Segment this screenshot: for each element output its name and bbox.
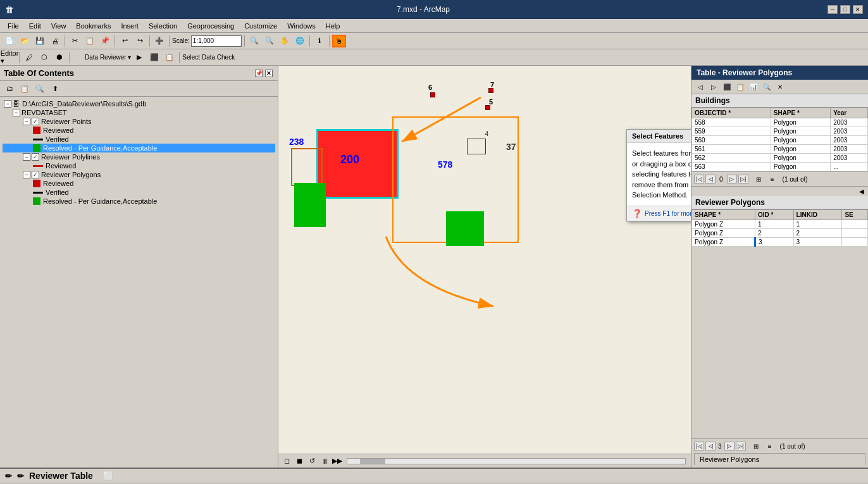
cb-reviewer-points[interactable] bbox=[32, 118, 39, 125]
map-btn4[interactable]: ⏸ bbox=[319, 456, 330, 466]
menu-edit[interactable]: Edit bbox=[24, 21, 46, 31]
rp-row[interactable]: Polygon Z11 bbox=[692, 220, 868, 229]
toc-tool4[interactable]: ⬆ bbox=[48, 82, 62, 95]
expand-db[interactable]: − bbox=[4, 100, 11, 108]
cb-reviewer-polylines[interactable] bbox=[32, 153, 39, 161]
toc-item-points-resolved[interactable]: Resolved - Per Guidance,Acceptable bbox=[3, 144, 275, 152]
toc-item-reviewer-polygons[interactable]: − Reviewer Polygons bbox=[3, 170, 275, 179]
pan-btn[interactable]: ✋ bbox=[278, 35, 292, 47]
undo-btn[interactable]: ↩ bbox=[118, 35, 132, 47]
buildings-first-btn[interactable]: |◁ bbox=[694, 175, 704, 183]
close-button[interactable]: ✕ bbox=[853, 5, 863, 14]
map-scrollbar-h[interactable] bbox=[347, 458, 686, 464]
copy-btn[interactable]: 📋 bbox=[83, 35, 97, 47]
menu-insert[interactable]: Insert bbox=[116, 21, 144, 31]
buildings-row[interactable]: 560Polygon2003 bbox=[692, 136, 868, 145]
save-btn[interactable]: 💾 bbox=[33, 35, 47, 47]
expand-polygons[interactable]: − bbox=[23, 171, 30, 178]
reviewer-poly-tab[interactable]: Reviewer Polygons bbox=[694, 453, 865, 465]
paste-btn[interactable]: 📌 bbox=[98, 35, 112, 47]
globe-btn[interactable]: 🌐 bbox=[293, 35, 307, 47]
buildings-row[interactable]: 563Polygon... bbox=[692, 163, 868, 171]
map-btn2[interactable]: ◼ bbox=[294, 456, 305, 466]
rt-btn3[interactable]: ⬛ bbox=[721, 81, 733, 92]
toc-item-db[interactable]: − 🗄 D:\ArcGIS_DataReviewer\Results\S.gdb bbox=[3, 99, 275, 108]
toc-item-polylines-reviewed: Reviewed bbox=[3, 161, 275, 170]
menu-file[interactable]: File bbox=[3, 21, 24, 31]
rp-row[interactable]: Polygon Z33 bbox=[692, 238, 868, 247]
maximize-button[interactable]: □ bbox=[840, 5, 850, 14]
menu-windows[interactable]: Windows bbox=[282, 21, 321, 31]
toc-tool3[interactable]: 🔍 bbox=[33, 82, 47, 95]
edit-tool2[interactable]: ⬡ bbox=[37, 51, 51, 64]
map-btn1[interactable]: ◻ bbox=[281, 456, 292, 466]
map-btn5[interactable]: ▶▶ bbox=[332, 456, 343, 466]
toc-tool1[interactable]: 🗂 bbox=[3, 82, 16, 95]
zoom-out-btn[interactable]: 🔍 bbox=[263, 35, 276, 47]
toc-item-revdataset[interactable]: − REVDATASET bbox=[3, 108, 275, 117]
redo-btn[interactable]: ↪ bbox=[133, 35, 147, 47]
toc-item-reviewer-polylines[interactable]: − Reviewer Polylines bbox=[3, 152, 275, 161]
rp-row[interactable]: Polygon Z22 bbox=[692, 229, 868, 238]
print-btn[interactable]: 🖨 bbox=[48, 35, 62, 47]
buildings-row[interactable]: 559Polygon2003 bbox=[692, 127, 868, 136]
menu-customize[interactable]: Customize bbox=[239, 21, 282, 31]
add-data-btn[interactable]: ➕ bbox=[152, 35, 166, 47]
rp-last-btn[interactable]: ▷| bbox=[736, 442, 746, 450]
expand-revdataset[interactable]: − bbox=[13, 109, 20, 116]
dr-tool3[interactable]: 📋 bbox=[163, 51, 177, 64]
menu-bookmarks[interactable]: Bookmarks bbox=[71, 21, 116, 31]
zoom-in-btn[interactable]: 🔍 bbox=[247, 35, 261, 47]
map-canvas[interactable]: 200 238 4 578 6 7 5 37 bbox=[278, 66, 691, 468]
rt-btn5[interactable]: 📊 bbox=[747, 81, 760, 92]
edit-tool1[interactable]: 🖊 bbox=[22, 51, 36, 64]
minimize-button[interactable]: ─ bbox=[828, 5, 838, 14]
cell-year: 2003 bbox=[831, 118, 868, 127]
legend-sq-red2 bbox=[33, 180, 40, 187]
buildings-grid-btn[interactable]: ⊞ bbox=[752, 173, 765, 185]
dr-tool2[interactable]: ⬛ bbox=[147, 51, 161, 64]
cb-reviewer-polygons[interactable] bbox=[32, 171, 39, 178]
buildings-list-btn[interactable]: ≡ bbox=[766, 173, 779, 185]
buildings-prev-btn[interactable]: ◁ bbox=[705, 175, 716, 183]
toc-close-btn[interactable]: ✕ bbox=[265, 70, 273, 77]
menu-help[interactable]: Help bbox=[321, 21, 345, 31]
map-area[interactable]: 200 238 4 578 6 7 5 37 bbox=[278, 66, 691, 468]
rt-btn6[interactable]: 🔍 bbox=[760, 81, 773, 92]
new-btn[interactable]: 📄 bbox=[3, 35, 16, 47]
collapse-arrow[interactable]: ◀ bbox=[691, 187, 868, 196]
data-reviewer-btn[interactable]: Data Reviewer ▾ bbox=[85, 54, 131, 61]
info-btn[interactable]: ℹ bbox=[313, 35, 326, 47]
open-btn[interactable]: 📂 bbox=[18, 35, 32, 47]
editor-btn[interactable]: Editor ▾ bbox=[3, 51, 16, 64]
dr-tool1[interactable]: ▶ bbox=[132, 51, 146, 64]
buildings-row[interactable]: 558Polygon2003 bbox=[692, 118, 868, 127]
rt-close[interactable]: ✕ bbox=[774, 81, 786, 92]
revdataset-label: REVDATASET bbox=[22, 109, 67, 116]
rp-first-btn[interactable]: |◁ bbox=[694, 442, 704, 450]
menu-geoprocessing[interactable]: Geoprocessing bbox=[182, 21, 239, 31]
scale-input[interactable] bbox=[191, 35, 242, 47]
buildings-last-btn[interactable]: ▷| bbox=[738, 175, 748, 183]
buildings-next-btn[interactable]: ▷ bbox=[727, 175, 737, 183]
rp-next-btn[interactable]: ▷ bbox=[724, 442, 735, 450]
toc-tool2[interactable]: 📋 bbox=[18, 82, 32, 95]
rp-grid-btn[interactable]: ⊞ bbox=[750, 440, 762, 452]
cut-btn[interactable]: ✂ bbox=[68, 35, 82, 47]
edit-tool3[interactable]: ⬢ bbox=[53, 51, 66, 64]
map-btn3[interactable]: ↺ bbox=[306, 456, 318, 466]
expand-points[interactable]: − bbox=[23, 118, 30, 125]
menu-selection[interactable]: Selection bbox=[144, 21, 182, 31]
expand-polylines[interactable]: − bbox=[23, 153, 30, 161]
rp-list-btn[interactable]: ≡ bbox=[764, 440, 776, 452]
rt-btn2[interactable]: ▷ bbox=[707, 81, 720, 92]
toc-pin-btn[interactable]: 📌 bbox=[255, 70, 263, 77]
identify-btn[interactable]: 🖱 bbox=[332, 35, 346, 47]
buildings-row[interactable]: 561Polygon2003 bbox=[692, 145, 868, 154]
menu-view[interactable]: View bbox=[46, 21, 71, 31]
buildings-row[interactable]: 562Polygon2003 bbox=[692, 154, 868, 163]
rt-btn1[interactable]: ◁ bbox=[694, 81, 707, 92]
rt-btn4[interactable]: 📋 bbox=[734, 81, 747, 92]
rp-prev-btn[interactable]: ◁ bbox=[705, 442, 716, 450]
toc-item-reviewer-points[interactable]: − Reviewer Points bbox=[3, 117, 275, 126]
